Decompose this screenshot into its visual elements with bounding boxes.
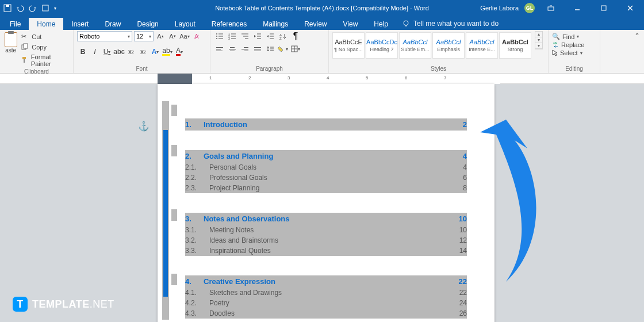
shrink-font-button[interactable]: A▾ [167,31,178,41]
style-cell[interactable]: AaBbCclStrong [499,32,531,59]
toc-sub-row[interactable]: 4.1.Sketches and Drawings22 [185,288,467,298]
redo-icon[interactable] [29,4,37,12]
toc-sub-row[interactable]: 2.1.Personal Goals4 [185,162,467,172]
cut-button[interactable]: ✂Cut [20,32,70,41]
tab-file[interactable]: File [2,18,29,30]
tab-draw[interactable]: Draw [97,18,129,30]
quick-access-toolbar: ▾ [3,4,56,12]
font-name-select[interactable]: Roboto▾ [77,31,132,41]
touch-mode-icon[interactable] [41,4,49,12]
toc-sub-row[interactable]: 4.3.Doodles26 [185,308,467,319]
style-cell[interactable]: AaBbCclEmphasis [432,32,465,59]
ruler-horizontal[interactable]: 1234567 [0,74,644,84]
toc-sub-row[interactable]: 3.2.Ideas and Brainstorms12 [185,235,467,246]
grow-font-button[interactable]: A▴ [155,31,166,41]
find-button[interactable]: 🔍Find▾ [552,33,584,40]
svg-text:Z: Z [279,37,282,40]
superscript-button[interactable]: x2 [137,46,149,57]
decrease-indent-button[interactable] [252,31,263,41]
style-cell[interactable]: AaBbCcDcHeading 7 [366,32,398,59]
svg-point-16 [216,38,217,39]
toc-heading-row[interactable]: 3. Notes and Observations 10 [185,213,467,225]
tab-help[interactable]: Help [366,18,396,30]
font-color-button[interactable]: A▾ [174,46,185,57]
table-of-contents[interactable]: 1. Introduction 2 2. Goals and Planning … [185,118,467,319]
line-spacing-button[interactable] [264,44,276,54]
tell-me-search[interactable]: Tell me what you want to do [396,17,504,30]
style-cell[interactable]: AaBbCclSubtle Em... [399,32,431,59]
align-center-button[interactable] [227,44,238,54]
tab-insert[interactable]: Insert [63,18,97,30]
minimize-icon[interactable] [567,2,588,14]
toc-sub-row[interactable]: 3.3.Inspirational Quotes14 [185,246,467,256]
text-effects-button[interactable]: A▾ [150,46,161,57]
svg-rect-3 [548,7,554,10]
undo-icon[interactable] [16,4,24,12]
ribbon-options-icon[interactable] [540,2,561,14]
format-painter-button[interactable]: Format Painter [20,53,70,68]
bullets-button[interactable] [214,31,225,41]
arrow-down-icon[interactable]: ▾ [535,37,542,43]
watermark: T TEMPLATE.NET [13,297,114,312]
group-paragraph: 123 AZ ¶ ▾ ▾ Paragraph [210,30,329,73]
collapse-ribbon-button[interactable]: ˄ [632,32,642,41]
tab-mailings[interactable]: Mailings [255,18,296,30]
replace-button[interactable]: Replace [552,41,584,48]
show-marks-button[interactable]: ¶ [290,31,301,41]
align-left-button[interactable] [214,44,225,54]
borders-button[interactable]: ▾ [290,44,301,54]
toc-heading-row[interactable]: 1. Introduction 2 [185,118,467,131]
qat-more-icon[interactable]: ▾ [54,6,56,11]
bold-button[interactable]: B [77,46,89,57]
tab-view[interactable]: View [335,18,366,30]
font-size-select[interactable]: 12▾ [134,31,154,41]
align-right-button[interactable] [239,44,251,54]
maximize-icon[interactable] [593,2,614,14]
italic-button[interactable]: I [89,46,101,57]
styles-gallery[interactable]: AaBbCcE¶ No Spac...AaBbCcDcHeading 7AaBb… [332,31,531,59]
tab-home[interactable]: Home [29,18,63,30]
paste-button[interactable]: aste [3,31,18,53]
save-icon[interactable] [3,4,12,12]
more-styles-icon[interactable]: ▾ [535,43,542,49]
multilevel-list-button[interactable] [239,31,251,41]
toc-sub-row[interactable]: 4.2.Poetry24 [185,298,467,308]
tab-design[interactable]: Design [129,18,166,30]
toc-sub-row[interactable]: 2.3.Project Planning8 [185,183,467,193]
toc-heading-row[interactable]: 2. Goals and Planning 4 [185,150,467,162]
user-avatar[interactable]: GL [524,3,535,13]
document-area[interactable]: ⚓ 1. Introduction 2 2. Goals and Plannin… [0,84,644,322]
styles-scroll[interactable]: ▴▾▾ [535,31,543,49]
style-cell[interactable]: AaBbCcE¶ No Spac... [332,32,365,59]
increase-indent-button[interactable] [264,31,276,41]
tab-references[interactable]: References [204,18,255,30]
sort-button[interactable]: AZ [277,31,289,41]
cursor-icon [552,49,558,56]
numbering-button[interactable]: 123 [227,31,238,41]
subscript-button[interactable]: x2 [125,46,137,57]
highlight-button[interactable]: ab▾ [162,46,173,57]
select-button[interactable]: Select▾ [552,49,584,56]
scissors-icon: ✂ [21,33,29,41]
document-page[interactable]: ⚓ 1. Introduction 2 2. Goals and Plannin… [158,84,494,322]
underline-button[interactable]: U▾ [101,46,113,57]
toc-heading-row[interactable]: 4. Creative Expression 22 [185,275,467,288]
arrow-up-icon[interactable]: ▴ [535,32,542,37]
close-icon[interactable] [620,2,641,14]
tab-review[interactable]: Review [296,18,335,30]
user-name[interactable]: Gerlie Labora [480,5,519,12]
document-title: Notebook Table of Contents Template (A4)… [215,5,429,12]
toc-sub-row[interactable]: 2.2.Professional Goals6 [185,172,467,183]
change-case-button[interactable]: Aa▾ [179,31,190,41]
ruler-margin [158,74,192,84]
search-icon: 🔍 [552,33,560,40]
style-cell[interactable]: AaBbCclIntense E... [466,32,498,59]
justify-button[interactable] [252,44,263,54]
clear-formatting-button[interactable]: A̷ [191,31,202,41]
strikethrough-button[interactable]: abc [113,46,125,57]
shading-button[interactable]: ▾ [277,44,289,54]
toc-sub-row[interactable]: 3.1.Meeting Notes10 [185,225,467,235]
vertical-bar-shape[interactable] [162,101,169,320]
copy-button[interactable]: Copy [20,43,70,52]
tab-layout[interactable]: Layout [167,18,204,30]
